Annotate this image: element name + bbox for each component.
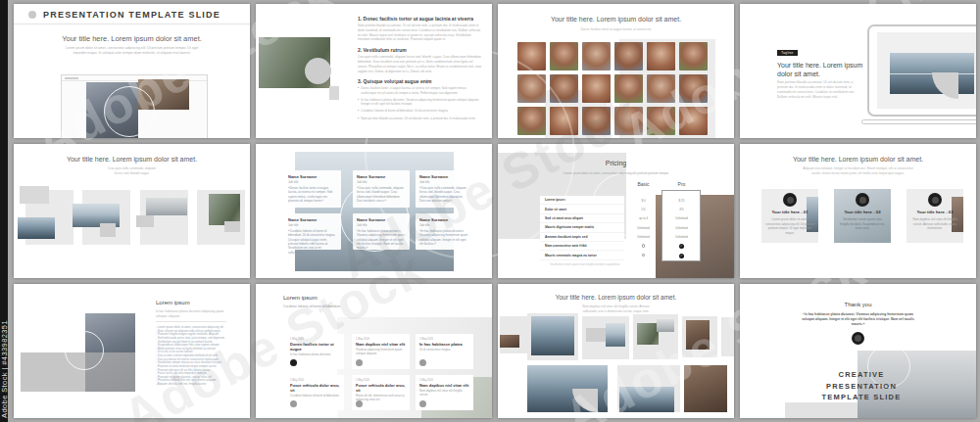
blog-card: 1 May 2020Nam dapibus nisl vitae elitViv… — [352, 334, 410, 369]
feature-title: Your title here - 02 — [834, 210, 891, 214]
feature-label: Nam consectetur ante fribit — [540, 242, 624, 251]
blog-card: 1 May 2020Fusce vehicula dolor arcu, sit… — [286, 375, 344, 410]
slide-title: Lorem ipsum — [156, 300, 190, 305]
portrait-photo-grid — [517, 42, 708, 135]
dashed-list: - Lorem ipsum dolor sit amet, consectetu… — [156, 326, 240, 387]
feature-icon — [928, 193, 942, 207]
pricing-row: Aenean tincidunt turpis sedUnlimitedUnli… — [540, 233, 702, 242]
card-date: 1 May 2020 — [356, 379, 406, 382]
portrait-photo — [550, 107, 578, 135]
avatar — [290, 400, 297, 407]
collage-photo — [657, 319, 674, 332]
bullet-text: Donec facilisis tortor ut augue lacinia,… — [361, 86, 482, 95]
slide-title: Your title here. Lorem ipsum dolor sit a… — [498, 294, 734, 301]
portrait-photo — [517, 107, 546, 135]
testimonial-card: Name SurnameJob title«Cras quis nulla co… — [416, 170, 472, 208]
avatar-icon — [852, 332, 864, 345]
slide-subtitle: Curabitur lobortis id lorem id bibendum — [283, 305, 340, 308]
person-name: Name Surname — [288, 217, 337, 222]
gray-shape — [224, 221, 240, 232]
pro-value: ✓ — [662, 254, 701, 258]
collage-photo — [500, 335, 519, 348]
gallery-card — [197, 190, 245, 245]
bullet-text: In hac habitasse platea dictumst. Vivamu… — [361, 98, 482, 107]
slide-title: Lorem ipsum — [283, 295, 318, 301]
gallery-card — [25, 190, 74, 245]
bullet-text: Curabitur lobortis id lorem id bibendum.… — [361, 109, 448, 114]
circle-decoration — [65, 331, 104, 370]
list-item: •Nam porttitor blandit accumsan. Ut vel … — [358, 117, 482, 121]
portrait-photo — [517, 74, 546, 103]
pro-value: Unlimited — [662, 226, 701, 230]
slide-3-portrait-grid: Your title here. Lorem ipsum dolor sit a… — [498, 4, 734, 138]
feature-label: Mauris venenatis magna eu tortor — [540, 251, 624, 259]
testimonial-card: Name SurnameJob title«Cras quis nulla co… — [353, 170, 410, 208]
feature-label: Sed sit amet arcu aliquet — [540, 214, 624, 223]
gallery-card — [140, 190, 188, 245]
spacer — [540, 181, 624, 187]
slide-body-text: Nam porttitor blandit accumsan. Ut vel d… — [777, 80, 858, 100]
avatar — [419, 400, 426, 407]
avatar — [356, 359, 363, 366]
gray-shape — [136, 215, 154, 227]
slide-title: Your title here. Lorem ipsum dolor sit a… — [777, 61, 865, 79]
avatar — [419, 359, 426, 366]
collage-photo — [637, 323, 659, 345]
list-item: •Donec facilisis tortor ut augue lacinia… — [358, 86, 482, 95]
portrait-photo — [550, 74, 578, 103]
item-2-title: 2. Vestibulum rutrum — [358, 47, 482, 53]
big-closing-text: CREATIVE PRESENTATION TEMPLATE SLIDE — [797, 369, 926, 403]
card-body: In hac habitasse platea dictumst. — [290, 352, 340, 356]
check-circle-icon: ✓ — [679, 254, 684, 258]
slide-title: Your title here. Lorem ipsum dolor sit a… — [14, 34, 250, 43]
list-content: 1. Donec facilisis tortor ut augue lacin… — [358, 16, 482, 123]
pricing-table: Lorem ipsum$ 0$ 25 Dolor sit amet1%4% Se… — [540, 196, 702, 260]
slide-title: Your title here. Lorem ipsum dolor sit a… — [498, 16, 734, 23]
feature-icon — [783, 193, 797, 207]
basic-value: up to 4 — [624, 216, 662, 220]
url-bar-line — [65, 77, 78, 79]
avatar — [290, 359, 297, 366]
job-title: Job title — [357, 180, 406, 184]
card-body: Etiam elit elit, elementum sed varius at… — [356, 394, 406, 401]
gray-circle-decoration — [305, 58, 331, 84]
portrait-photo — [679, 42, 708, 70]
slide-body-text: Lorem ipsum dolor sit amet, consectetur … — [59, 46, 205, 56]
slide-4-laptop-mockup: Tagline Your title here. Lorem ipsum dol… — [740, 4, 976, 138]
collage-photo — [686, 320, 710, 350]
job-title: Job title — [288, 180, 337, 184]
item-1-body: Nam porttitor blandit accumsan. Ut vel d… — [358, 23, 482, 42]
feature-title: Your title here - 01 — [761, 210, 818, 214]
slide-5-gallery-cards: Your title here. Lorem ipsum dolor sit a… — [14, 144, 250, 278]
card-date: 1 May 2020 — [290, 379, 340, 382]
job-title: Job title — [288, 223, 337, 227]
basic-value — [624, 244, 662, 249]
feature-body: Vestibulum rutrum quam vitae fringilla t… — [838, 217, 887, 231]
list-item: •Curabitur lobortis id lorem id bibendum… — [358, 109, 482, 114]
collage-photo — [684, 365, 727, 412]
slide-subtitle: In hac habitasse platea dictumst adipisc… — [156, 309, 230, 319]
header-title: PRESENTATION TEMPLATE SLIDE — [14, 10, 250, 20]
slide-subtitle: Nam dapibus nisl vitae elit fringilla ru… — [498, 305, 734, 313]
card-title: Fusce vehicula dolor arcu, sit — [356, 383, 406, 393]
item-3-title: 3. Quisque volutpat augue enim — [358, 78, 482, 84]
slide-9-dashed-list: Lorem ipsum In hac habitasse platea dict… — [14, 284, 250, 418]
bullet-text: Nam porttitor blandit accumsan. Ut vel d… — [361, 117, 475, 121]
feature-body: Lorem ipsum dolor sit amet, consectetur … — [765, 217, 814, 235]
portrait-photo — [582, 74, 611, 103]
basic-value: Unlimited — [624, 235, 662, 239]
portrait-photo — [614, 74, 643, 103]
slide-2-numbered-list: 1. Donec facilisis tortor ut augue lacin… — [256, 4, 492, 138]
person-name: Name Surname — [357, 217, 406, 222]
portrait-photo — [614, 42, 643, 70]
card-title: Nam dapibus nisl vitae elit — [419, 383, 469, 388]
quote-text: «Donec facilisis tortor ut augue lacinia… — [288, 186, 337, 203]
pricing-footnote: Vestibulum rutrum quam vitae fringilla t… — [545, 263, 625, 266]
slide-header: PRESENTATION TEMPLATE SLIDE — [14, 4, 250, 24]
pricing-row: Mauris dignissim semper mattisUnlimitedU… — [540, 223, 702, 232]
feature-label: Dolor sit amet — [540, 205, 624, 213]
pricing-row: Nam consectetur ante fribit✓ — [540, 242, 702, 251]
portrait-photo — [647, 107, 675, 135]
basic-value: $ 0 — [624, 199, 662, 203]
portrait-photo — [582, 107, 611, 135]
